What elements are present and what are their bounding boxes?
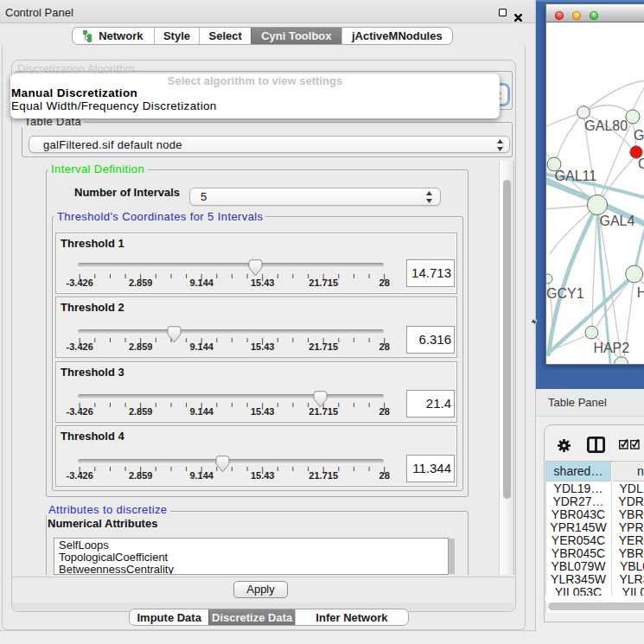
svg-text:C: C [638,156,644,171]
svg-text:GAL80: GAL80 [584,118,628,133]
svg-text:GA: GA [634,128,644,143]
svg-text:GAL4: GAL4 [600,214,635,228]
svg-text:GCY1: GCY1 [546,286,584,301]
svg-text:HAP2: HAP2 [593,341,629,355]
svg-text:GAL11: GAL11 [555,169,597,183]
svg-text:H: H [637,285,644,300]
